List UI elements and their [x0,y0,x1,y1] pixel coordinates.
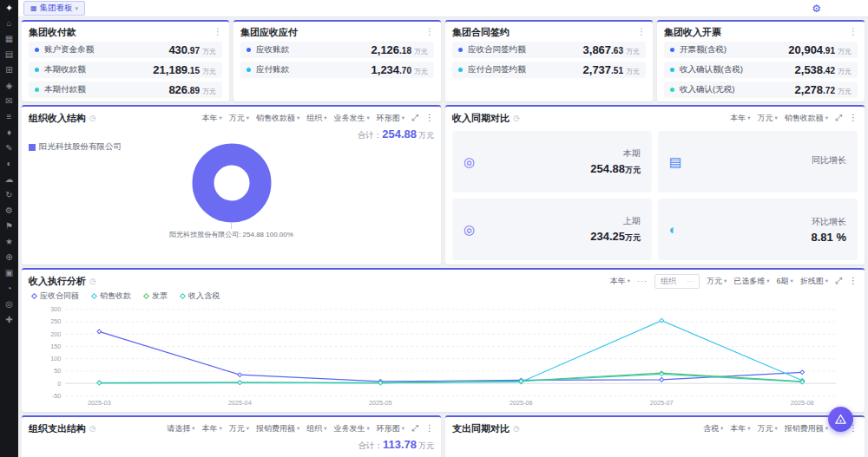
document-icon[interactable]: ▤ [5,50,13,59]
filter-dropdown[interactable]: 业务发生▾ [333,423,369,434]
filter-dropdown[interactable]: 销售收款额▾ [785,113,828,124]
more-icon[interactable]: ⋮ [849,114,858,122]
chart-legend-item[interactable]: 发票 [144,291,168,302]
filter-dropdown[interactable]: 万元▾ [229,423,249,434]
clock-icon: ◷ [89,277,96,285]
card-group-contracts: 集团合同签约 ⋮ 应收合同签约额 3,867.63万元 应付合同签约额 2,73… [445,20,653,101]
plus-circle-icon[interactable]: ⊕ [5,253,12,262]
kpi-value: 826.89万元 [168,83,216,96]
filter-dropdown[interactable]: 请选择▾ [167,423,194,434]
svg-text:250: 250 [50,317,61,325]
expand-icon[interactable]: ⤢ [835,277,842,285]
card-filter-bar: 请选择▾本年▾万元▾报销费用额▾组织▾业务发生▾环形图▾ ⤢ ⋮ [167,423,434,434]
more-icon[interactable]: ⋮ [849,277,858,285]
edit-icon[interactable]: ✎ [5,144,12,153]
org-select[interactable]: 组织 ··· [654,274,700,289]
card-income-execution-analysis: 收入执行分析 ◷ 本年▾ ··· 组织 ··· 万元▾已选多维▾6期▾折线图▾ … [22,268,865,412]
total-summary: 合计：113.78万元 [29,438,434,452]
more-icon[interactable]: ⋮ [425,114,434,122]
star-icon[interactable]: ★ [5,238,13,246]
bullet-dot [35,88,39,92]
kpi-row: 收入确认(无税) 2,278.72万元 [664,82,858,98]
ring-icon: ◎ [464,223,475,236]
filter-dropdown[interactable]: 万元▾ [757,423,777,434]
add-icon[interactable]: ✚ [5,316,12,324]
filter-dropdown[interactable]: 组织▾ [306,423,326,434]
chevron-down-icon: ▾ [324,425,326,432]
filter-dropdown[interactable]: 本年▾ [730,113,750,124]
chart-legend-item[interactable]: 销售收款 [92,291,131,302]
chart-legend-item[interactable]: 应收合同额 [32,291,79,302]
filter-dropdown[interactable]: 万元▾ [229,113,249,124]
clock-icon[interactable]: ◔ [6,284,11,293]
diamond-marker-icon [31,293,37,299]
diamond-icon[interactable]: ♦ [7,128,11,137]
more-icon[interactable]: ⋮ [637,28,646,36]
chevron-down-icon: ▾ [825,425,828,432]
filter-dropdown[interactable]: 本年▾ [610,276,630,287]
refresh-icon[interactable]: ↻ [5,191,12,199]
gear-icon[interactable]: ⚙ [5,206,13,215]
filter-dropdown[interactable]: 折线图▾ [800,276,828,287]
donut-legend-item[interactable]: 阳光科技股份有限公司 [29,141,122,153]
expand-icon[interactable]: ⤢ [835,114,842,122]
filter-dropdown[interactable]: 业务发生▾ [333,113,369,124]
chevron-down-icon: ▾ [720,425,723,432]
filter-dropdown[interactable]: 组织▾ [306,113,326,124]
flag-icon[interactable]: ⚑ [5,222,13,231]
chevron-down-icon: ▾ [724,277,727,284]
filter-dropdown[interactable]: 6期▾ [776,276,792,287]
card-title: 集团收付款 [29,26,76,39]
filter-dropdown[interactable]: 已选多维▾ [733,276,769,287]
chart-legend-item[interactable]: 收入含税 [181,291,220,302]
pie-chart-icon[interactable]: ◐ [6,160,11,168]
chevron-down-icon: ▾ [76,5,79,12]
filter-dropdown[interactable]: 本年▾ [201,423,221,434]
more-icon[interactable]: ⋮ [214,28,222,36]
kpi-value: 1,234.70万元 [372,63,428,76]
overflow-ellipsis-icon[interactable]: ··· [637,277,648,285]
home-icon[interactable]: ⌂ [6,19,11,28]
tab-group-dashboard[interactable]: ▦ 集团看板 ▾ [23,1,85,16]
filter-dropdown[interactable]: 销售收款额▾ [256,113,299,124]
bullet-dot [458,68,463,72]
filter-dropdown[interactable]: 环形图▾ [377,113,404,124]
apps-grid-icon[interactable]: ▦ [5,35,13,43]
gem-icon[interactable]: ◈ [6,82,13,90]
assistant-fab-button[interactable] [828,407,853,432]
expand-icon[interactable]: ⤢ [411,424,418,433]
kpi-value: 20,904.91万元 [788,43,852,56]
filter-dropdown[interactable]: 本年▾ [730,423,750,434]
card-filter-bar: 本年▾万元▾销售收款额▾组织▾业务发生▾环形图▾ ⤢ ⋮ [201,113,434,124]
filter-dropdown[interactable]: 万元▾ [757,113,777,124]
more-icon[interactable]: ⋮ [425,424,434,433]
kpi-row: 收入确认额(含税) 2,538.42万元 [664,62,858,78]
bottom-row-container: 组织支出结构 ◷ 请选择▾本年▾万元▾报销费用额▾组织▾业务发生▾环形图▾ ⤢ … [22,415,865,457]
chevron-down-icon: ▾ [747,425,750,432]
chevron-down-icon: ▾ [402,425,404,432]
card-title: 收入同期对比 ◷ [452,112,520,125]
more-icon[interactable]: ⋮ [425,28,434,36]
bullet-dot [247,48,251,52]
stat-tile-grid: ◎ 本期 254.88万元 ▤ 同比增长 [452,131,858,260]
filter-dropdown[interactable]: 报销费用额▾ [256,423,299,434]
svg-text:2025-07: 2025-07 [650,399,674,407]
chevron-down-icon: ▾ [825,114,828,121]
kpi-row: 本期付款额 826.89万元 [29,82,222,98]
more-icon[interactable]: ⋮ [849,28,858,36]
cloud-icon[interactable]: ☁ [5,175,14,184]
list-icon[interactable]: ≡ [7,113,12,121]
target-icon[interactable]: ◎ [5,300,13,309]
filter-dropdown[interactable]: 环形图▾ [377,423,404,434]
settings-gear-icon[interactable]: ⚙ [812,3,821,15]
expand-icon[interactable]: ⤢ [411,114,418,122]
panel-icon[interactable]: ▣ [5,269,13,277]
bullet-dot [670,68,674,72]
filter-dropdown[interactable]: 含税▾ [703,423,723,434]
filter-dropdown[interactable]: 本年▾ [201,113,221,124]
mail-icon[interactable]: ✉ [5,97,12,106]
filter-dropdown[interactable]: 报销费用额▾ [785,423,828,434]
filter-dropdown[interactable]: 万元▾ [707,276,727,287]
kpi-value: 2,278.72万元 [795,83,852,96]
calendar-icon[interactable]: ⊞ [5,66,12,75]
